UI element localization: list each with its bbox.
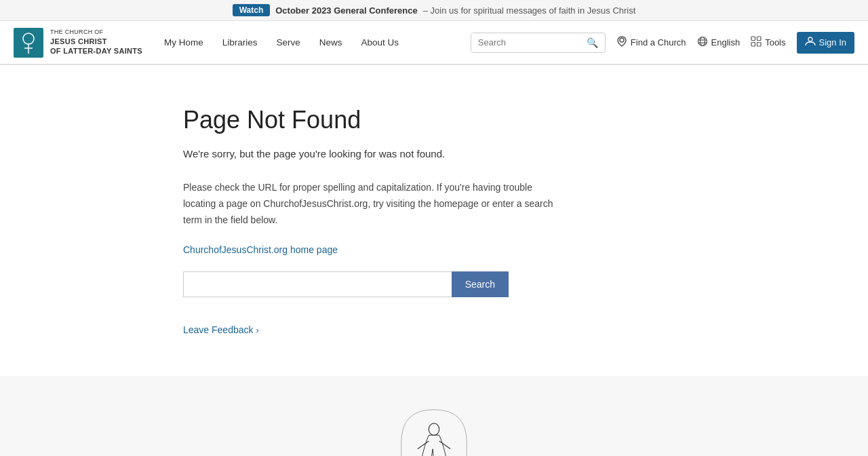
language-icon: [697, 36, 708, 50]
find-church-icon: [616, 36, 627, 50]
find-church-label: Find a Church: [631, 37, 686, 48]
footer-seal: THE CHURCH OF JESUS CHRIST OF LATTER-DAY…: [393, 403, 475, 456]
find-church-link[interactable]: Find a Church: [616, 36, 686, 50]
search-icon: 🔍: [587, 37, 598, 48]
sign-in-icon: [805, 36, 816, 50]
svg-rect-9: [757, 42, 762, 46]
nav-about-us[interactable]: About Us: [353, 32, 408, 53]
nav-serve[interactable]: Serve: [269, 32, 309, 53]
tools-menu[interactable]: Tools: [751, 36, 785, 50]
page-search-input[interactable]: [183, 271, 452, 297]
error-description: Please check the URL for proper spelling…: [183, 180, 563, 228]
top-banner: Watch October 2023 General Conference – …: [0, 0, 868, 21]
header-right: Find a Church English: [616, 32, 854, 54]
leave-feedback-link[interactable]: Leave Feedback ›: [183, 324, 259, 335]
sign-in-button[interactable]: Sign In: [797, 32, 854, 54]
tools-label: Tools: [765, 37, 785, 48]
header: THE CHURCH OF JESUS CHRIST OF LATTER-DAY…: [0, 21, 868, 64]
svg-rect-6: [751, 37, 755, 41]
language-label: English: [711, 37, 741, 48]
nav-libraries[interactable]: Libraries: [214, 32, 266, 53]
svg-point-3: [700, 37, 705, 45]
logo-link[interactable]: THE CHURCH OF JESUS CHRIST OF LATTER-DAY…: [14, 28, 142, 58]
main-content: Page Not Found We're sorry, but the page…: [129, 65, 739, 376]
header-search-bar: 🔍: [471, 33, 606, 53]
footer-logo-area: THE CHURCH OF JESUS CHRIST OF LATTER-DAY…: [0, 376, 868, 456]
svg-point-10: [808, 37, 812, 41]
svg-point-11: [429, 423, 439, 435]
main-nav: My Home Libraries Serve News About Us: [156, 32, 460, 53]
page-title: Page Not Found: [183, 106, 726, 134]
sign-in-label: Sign In: [819, 37, 846, 48]
feedback-label: Leave Feedback: [183, 324, 254, 335]
feedback-section: Leave Feedback ›: [183, 324, 726, 335]
tools-icon: [751, 36, 762, 50]
header-search-input[interactable]: [471, 33, 580, 52]
nav-my-home[interactable]: My Home: [156, 32, 212, 53]
banner-event-subtitle: – Join us for spiritual messages of fait…: [423, 5, 636, 16]
logo-icon: [14, 28, 43, 58]
svg-rect-8: [751, 42, 755, 46]
svg-point-1: [620, 38, 624, 42]
banner-event-title: October 2023 General Conference: [275, 5, 418, 16]
header-search-button[interactable]: 🔍: [580, 33, 605, 52]
svg-rect-7: [757, 37, 762, 41]
chevron-right-icon: ›: [256, 325, 259, 335]
language-selector[interactable]: English: [697, 36, 741, 50]
svg-point-2: [698, 37, 707, 45]
logo-text: THE CHURCH OF JESUS CHRIST OF LATTER-DAY…: [50, 28, 142, 56]
search-box-area: Search: [183, 271, 509, 297]
svg-point-0: [23, 33, 34, 44]
watch-badge[interactable]: Watch: [233, 4, 271, 16]
error-subtitle: We're sorry, but the page you're looking…: [183, 148, 726, 159]
home-page-link[interactable]: ChurchofJesusChrist.org home page: [183, 244, 726, 255]
nav-news[interactable]: News: [311, 32, 351, 53]
page-search-button[interactable]: Search: [452, 271, 509, 297]
